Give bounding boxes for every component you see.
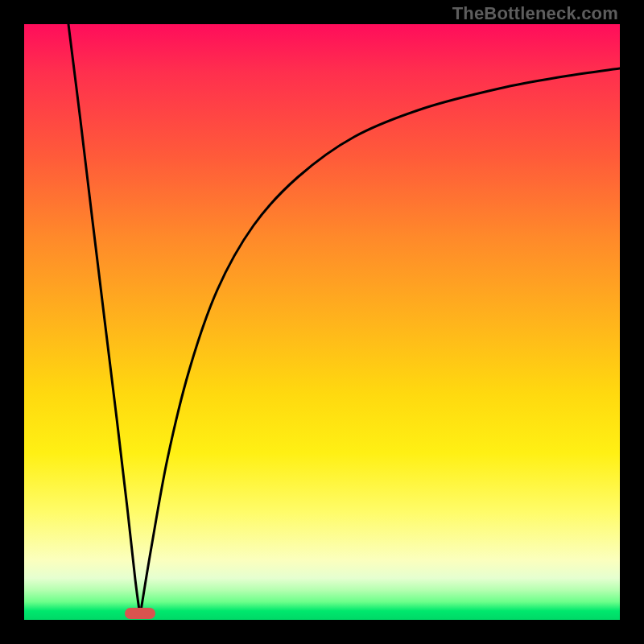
plot-area (24, 24, 620, 620)
curve-right-branch (140, 68, 620, 616)
watermark-text: TheBottleneck.com (452, 3, 618, 24)
curve-left-branch (68, 24, 140, 616)
vertex-marker (125, 608, 155, 619)
chart-frame: TheBottleneck.com (0, 0, 644, 644)
curve-layer (24, 24, 620, 620)
